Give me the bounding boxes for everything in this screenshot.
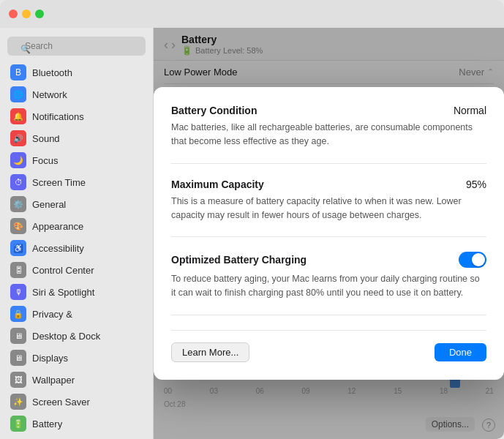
sidebar-item-privacy[interactable]: 🔒 Privacy & — [3, 303, 150, 325]
maximum-capacity-section: Maximum Capacity 95% This is a measure o… — [171, 179, 486, 238]
focus-icon: 🌙 — [10, 152, 26, 168]
sidebar-label-battery: Battery — [32, 419, 62, 429]
done-button[interactable]: Done — [435, 343, 486, 361]
content-area: 🔍 B Bluetooth 🌐 Network 🔔 Notifications … — [0, 28, 504, 439]
sidebar-item-battery[interactable]: 🔋 Battery — [3, 413, 150, 435]
sidebar-label-sound: Sound — [32, 133, 60, 144]
traffic-lights — [9, 10, 44, 18]
toggle-knob — [472, 253, 485, 266]
battery-condition-title: Battery Condition — [171, 105, 257, 116]
battery-icon: 🔋 — [10, 416, 26, 432]
sidebar-label-accessibility: Accessibility — [32, 243, 84, 254]
search-input[interactable] — [7, 37, 146, 56]
battery-condition-body: Mac batteries, like all rechargeable bat… — [171, 121, 486, 149]
bluetooth-icon: B — [10, 64, 26, 80]
accessibility-icon: ♿ — [10, 240, 26, 256]
close-button[interactable] — [9, 10, 18, 18]
sidebar-item-screen-time[interactable]: ⏱ Screen Time — [3, 171, 150, 193]
sidebar-item-general[interactable]: ⚙️ General — [3, 193, 150, 215]
appearance-icon: 🎨 — [10, 218, 26, 234]
network-icon: 🌐 — [10, 86, 26, 102]
battery-condition-title-row: Battery Condition Normal — [171, 105, 486, 116]
sidebar-item-desktop[interactable]: 🖥 Desktop & Dock — [3, 325, 150, 347]
sidebar-label-control-center: Control Center — [32, 265, 94, 276]
maximum-capacity-value: 95% — [466, 179, 486, 190]
sidebar-item-sound[interactable]: 🔊 Sound — [3, 127, 150, 149]
sidebar-label-focus: Focus — [32, 155, 58, 166]
optimized-charging-title: Optimized Battery Charging — [171, 254, 306, 266]
sidebar-label-general: General — [32, 199, 66, 210]
desktop-icon: 🖥 — [10, 328, 26, 344]
sidebar-item-bluetooth[interactable]: B Bluetooth — [3, 61, 150, 83]
sidebar-item-network[interactable]: 🌐 Network — [3, 83, 150, 105]
sidebar-item-wallpaper[interactable]: 🖼 Wallpaper — [3, 369, 150, 391]
title-bar — [0, 0, 504, 28]
sidebar-item-notifications[interactable]: 🔔 Notifications — [3, 105, 150, 127]
maximize-button[interactable] — [35, 10, 44, 18]
modal-footer: Learn More... Done — [171, 330, 486, 362]
general-icon: ⚙️ — [10, 196, 26, 212]
minimize-button[interactable] — [22, 10, 31, 18]
optimized-charging-body: To reduce battery aging, your Mac learns… — [171, 272, 486, 300]
sidebar: 🔍 B Bluetooth 🌐 Network 🔔 Notifications … — [0, 28, 154, 439]
sidebar-item-appearance[interactable]: 🎨 Appearance — [3, 215, 150, 237]
sidebar-label-notifications: Notifications — [32, 111, 84, 122]
sidebar-label-network: Network — [32, 89, 67, 100]
sidebar-label-displays: Displays — [32, 353, 68, 364]
search-container: 🔍 — [0, 34, 153, 61]
modal-backdrop: Battery Condition Normal Mac batteries, … — [154, 28, 504, 439]
sidebar-item-displays[interactable]: 🖥 Displays — [3, 347, 150, 369]
sidebar-label-wallpaper: Wallpaper — [32, 375, 75, 386]
learn-more-button[interactable]: Learn More... — [171, 342, 249, 362]
sidebar-label-desktop: Desktop & Dock — [32, 331, 100, 342]
sidebar-item-control-center[interactable]: 🎛 Control Center — [3, 259, 150, 281]
sidebar-item-siri[interactable]: 🎙 Siri & Spotlight — [3, 281, 150, 303]
sidebar-label-screen-time: Screen Time — [32, 177, 86, 188]
optimized-charging-toggle[interactable] — [459, 252, 486, 268]
control-center-icon: 🎛 — [10, 262, 26, 278]
siri-icon: 🎙 — [10, 284, 26, 300]
battery-condition-value: Normal — [454, 105, 486, 116]
sidebar-label-privacy: Privacy & — [32, 309, 72, 320]
optimized-charging-title-row: Optimized Battery Charging — [171, 252, 486, 268]
sidebar-label-appearance: Appearance — [32, 221, 83, 232]
sidebar-label-screen-saver: Screen Saver — [32, 397, 90, 408]
sidebar-item-focus[interactable]: 🌙 Focus — [3, 149, 150, 171]
wallpaper-icon: 🖼 — [10, 372, 26, 388]
main-window: 🔍 B Bluetooth 🌐 Network 🔔 Notifications … — [0, 0, 504, 439]
sidebar-label-siri: Siri & Spotlight — [32, 287, 94, 298]
displays-icon: 🖥 — [10, 350, 26, 366]
notifications-icon: 🔔 — [10, 108, 26, 124]
privacy-icon: 🔒 — [10, 306, 26, 322]
screen-time-icon: ⏱ — [10, 174, 26, 190]
sidebar-label-bluetooth: Bluetooth — [32, 67, 72, 78]
sidebar-item-accessibility[interactable]: ♿ Accessibility — [3, 237, 150, 259]
battery-condition-section: Battery Condition Normal Mac batteries, … — [171, 105, 486, 164]
battery-health-modal: Battery Condition Normal Mac batteries, … — [154, 87, 504, 380]
optimized-charging-section: Optimized Battery Charging To reduce bat… — [171, 252, 486, 315]
screen-saver-icon: ✨ — [10, 394, 26, 410]
maximum-capacity-title: Maximum Capacity — [171, 179, 264, 190]
sidebar-item-screen-saver[interactable]: ✨ Screen Saver — [3, 391, 150, 413]
sound-icon: 🔊 — [10, 130, 26, 146]
maximum-capacity-body: This is a measure of battery capacity re… — [171, 195, 486, 222]
search-wrapper: 🔍 — [7, 37, 146, 56]
maximum-capacity-title-row: Maximum Capacity 95% — [171, 179, 486, 190]
